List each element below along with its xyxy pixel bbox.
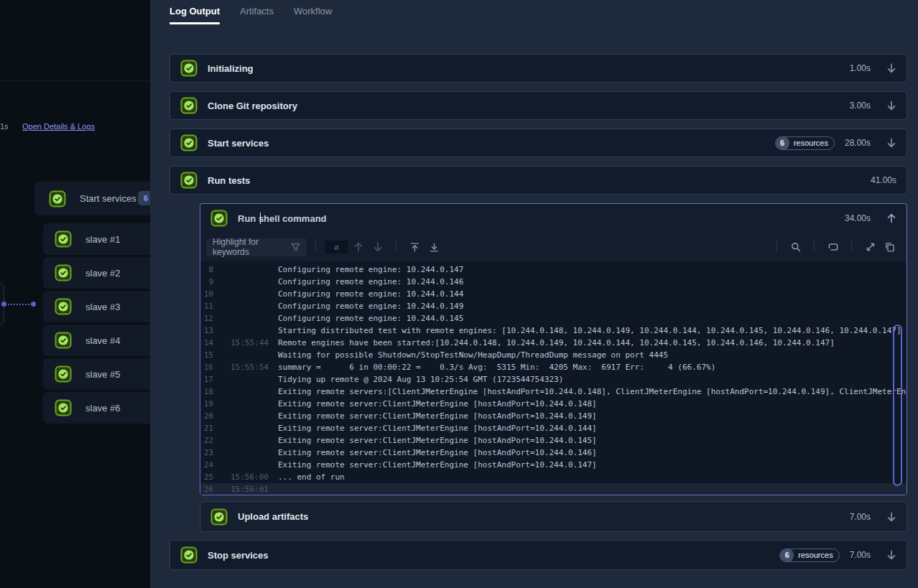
- next-match-icon[interactable]: [372, 242, 383, 253]
- workflow-node-slave[interactable]: slave #6: [43, 392, 150, 424]
- log-line-message: Exiting remote server:ClientJMeterEngine…: [278, 459, 597, 471]
- log-output-viewport[interactable]: 8 Configuring remote engine: 10.244.0.14…: [200, 261, 907, 495]
- log-line-timestamp: [231, 288, 269, 300]
- tab-artifacts[interactable]: Artifacts: [240, 6, 274, 24]
- scroll-to-top-icon[interactable]: [409, 242, 420, 253]
- previous-match-icon[interactable]: [353, 242, 363, 253]
- pipeline-step-row[interactable]: Stop services 6 resources 7.00s: [170, 540, 907, 570]
- log-line-message: Exiting remote server:ClientJMeterEngine…: [278, 422, 597, 434]
- workflow-node-slave[interactable]: slave #4: [43, 325, 150, 356]
- step-duration: 7.00s: [850, 512, 871, 522]
- log-line: 12 Configuring remote engine: 10.244.0.1…: [200, 312, 907, 325]
- keyword-highlight-input[interactable]: Highlight for keywords: [206, 238, 307, 256]
- scroll-to-bottom-icon[interactable]: [429, 242, 440, 253]
- log-line-timestamp: [231, 312, 269, 325]
- collapse-step-button[interactable]: [886, 213, 896, 223]
- status-success-icon: [55, 332, 72, 349]
- log-line: 16 15:55:54 summary = 6 in 00:00:22 = 0.…: [200, 361, 907, 373]
- expand-step-button[interactable]: [886, 512, 896, 522]
- workflow-node-start-services[interactable]: Start services 6: [34, 182, 150, 215]
- log-line: 11 Configuring remote engine: 10.244.0.1…: [200, 300, 907, 312]
- log-line: 20 Exiting remote server:ClientJMeterEng…: [200, 410, 907, 422]
- log-line: 25 15:56:00 ... end of run: [200, 471, 907, 483]
- log-line-message: Exiting remote server:ClientJMeterEngine…: [278, 398, 597, 410]
- log-line-message: Remote engines have been started:[10.244…: [278, 337, 835, 349]
- run-shell-command-header[interactable]: Run shell command 34.00s: [200, 204, 907, 233]
- log-line-timestamp: [231, 276, 269, 288]
- log-line-number: 17: [200, 373, 213, 386]
- status-success-icon: [180, 60, 198, 77]
- workflow-node-slave[interactable]: slave #2: [43, 257, 150, 289]
- open-details-logs-link[interactable]: Open Details & Logs: [22, 122, 95, 131]
- divider: [315, 241, 316, 253]
- log-line-message: Configuring remote engine: 10.244.0.147: [278, 263, 463, 276]
- status-success-icon: [55, 399, 72, 416]
- step-duration: 1.00s: [850, 63, 871, 73]
- step-label: Stop services: [208, 550, 269, 561]
- pipeline-step-row[interactable]: Upload artifacts 7.00s: [200, 501, 907, 532]
- line-wrap-toggle-icon[interactable]: [827, 242, 838, 253]
- expand-step-button[interactable]: [886, 101, 896, 111]
- pipeline-step-row[interactable]: Initializing 1.00s: [170, 54, 907, 83]
- tab-log-output[interactable]: Log Output: [170, 6, 220, 24]
- pipeline-steps-list: Initializing 1.00s Clone Git repository …: [150, 54, 918, 570]
- status-success-icon: [55, 365, 72, 383]
- run-shell-command-panel: Run shell command 34.00s Highlight for k…: [200, 203, 907, 495]
- text-caret: [260, 213, 261, 224]
- step-label: Run tests: [208, 175, 250, 186]
- log-line-number: 25: [200, 471, 213, 483]
- log-toolbar: Highlight for keywords ø: [200, 233, 907, 261]
- log-line-number: 10: [200, 288, 213, 300]
- log-line-number: 26: [200, 483, 213, 495]
- log-line-message: Exiting remote server:ClientJMeterEngine…: [278, 434, 597, 447]
- tab-workflow[interactable]: Workflow: [294, 6, 332, 24]
- workflow-node-slave[interactable]: slave #1: [43, 223, 150, 255]
- status-success-icon: [55, 264, 72, 281]
- status-success-icon: [180, 97, 198, 114]
- status-success-icon: [49, 190, 66, 207]
- workflow-node-label: Start services: [80, 193, 136, 204]
- workflow-node-slave[interactable]: slave #5: [43, 358, 150, 390]
- workflow-node-slave[interactable]: slave #3: [43, 291, 150, 322]
- resources-badge[interactable]: 6 resources: [775, 136, 835, 150]
- expand-step-button[interactable]: [886, 138, 896, 148]
- copy-log-icon[interactable]: [884, 242, 895, 253]
- log-line-timestamp: [231, 422, 269, 434]
- divider: [776, 241, 777, 253]
- divider: [814, 241, 815, 253]
- log-line-message: Configuring remote engine: 10.244.0.144: [278, 288, 463, 300]
- expand-step-button[interactable]: [886, 550, 896, 560]
- expand-step-button[interactable]: [886, 63, 896, 73]
- resources-badge[interactable]: 6 resources: [779, 549, 839, 562]
- step-label: Upload artifacts: [238, 511, 308, 522]
- log-line-timestamp: [231, 410, 269, 422]
- node-count-badge: 6: [138, 191, 150, 205]
- pipeline-step-row[interactable]: Clone Git repository 3.00s: [170, 91, 907, 120]
- log-line-message: Configuring remote engine: 10.244.0.145: [278, 312, 463, 325]
- resources-count: 6: [776, 136, 789, 150]
- connector-dot: [1, 302, 6, 307]
- log-scrollbar-thumb[interactable]: [893, 325, 902, 486]
- node-duration-text: 1s: [0, 122, 9, 131]
- divider: [396, 241, 397, 253]
- step-duration: 3.00s: [850, 101, 871, 111]
- log-line: 26 15:56:01: [200, 483, 907, 495]
- step-duration: 34.00s: [845, 213, 871, 223]
- pipeline-step-row[interactable]: Start services 6 resources 28.00s: [170, 129, 907, 157]
- log-line-timestamp: 15:56:00: [231, 471, 269, 483]
- expand-fullscreen-icon[interactable]: [865, 242, 876, 253]
- log-line-timestamp: [231, 325, 269, 337]
- log-line-message: Configuring remote engine: 10.244.0.146: [278, 276, 463, 288]
- log-line-number: 20: [200, 410, 213, 422]
- tab-bar: Log Output Artifacts Workflow: [150, 0, 918, 27]
- log-line-timestamp: [231, 459, 269, 471]
- search-icon[interactable]: [790, 242, 801, 253]
- workflow-node-label: slave #2: [85, 268, 120, 279]
- resources-count: 6: [780, 549, 794, 562]
- log-line-number: 24: [200, 459, 213, 471]
- log-line-timestamp: 15:55:54: [231, 361, 269, 373]
- log-line-number: 22: [200, 434, 213, 447]
- log-line-timestamp: [231, 434, 269, 447]
- pipeline-step-row[interactable]: Run tests 41.00s: [170, 166, 907, 195]
- workflow-node-label: slave #1: [85, 234, 120, 245]
